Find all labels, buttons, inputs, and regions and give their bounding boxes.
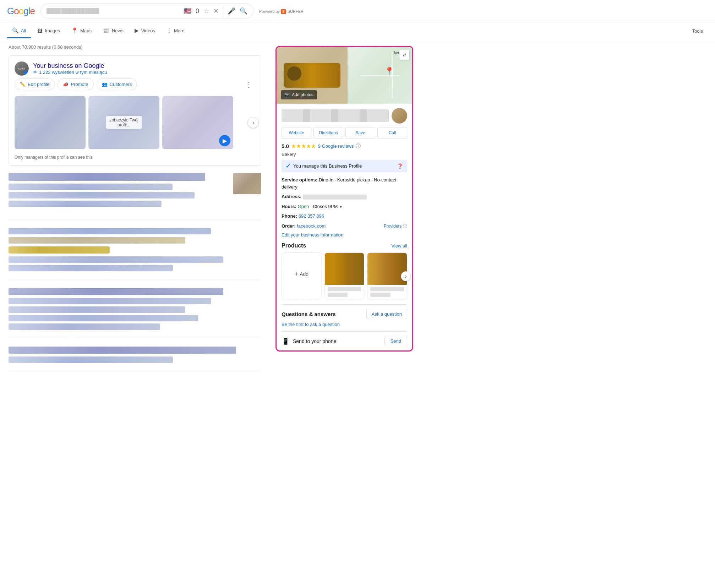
send-label: Send to your phone — [293, 338, 381, 344]
address-value — [303, 195, 367, 200]
manage-check-icon: ✔ — [286, 163, 290, 169]
tab-maps[interactable]: 📍 Maps — [66, 24, 97, 38]
manage-help-icon[interactable]: ❓ — [397, 163, 403, 169]
surfer-label: SURFER — [288, 9, 304, 13]
product-name-1 — [328, 287, 361, 291]
videos-icon: ▶ — [135, 27, 139, 34]
panel-title-blurred — [282, 109, 389, 122]
providers-link[interactable]: Providers — [384, 224, 402, 229]
powered-by-area: Powered by S SURFER — [259, 9, 304, 14]
panel-body: Website Directions Save Call 5.0 ★★★★★ — [277, 104, 412, 350]
info-icon[interactable]: ⓘ — [356, 143, 361, 149]
all-icon: 🔍 — [12, 27, 19, 34]
carousel-item-3[interactable]: ▶ — [162, 96, 233, 149]
search-input[interactable] — [47, 8, 181, 14]
tab-news[interactable]: 📰 News — [98, 24, 129, 38]
add-label: Add — [300, 271, 309, 277]
right-column: 📷 Add photos 📍 Jaworze ⤢ — [270, 40, 419, 384]
more-icon: ⋮ — [167, 27, 172, 34]
results-count: About 70,900 results (0.68 seconds) — [9, 44, 261, 50]
chevron-down-icon[interactable]: ▼ — [339, 205, 343, 209]
carousel-label: zobaczyło Twój profil... — [106, 116, 142, 129]
products-grid: + Add — [282, 252, 407, 299]
business-name: Your business on Google — [33, 62, 255, 70]
carousel-next-button[interactable]: › — [247, 117, 259, 128]
news-icon: 📰 — [103, 27, 110, 34]
save-button[interactable]: Save — [345, 127, 375, 138]
action-buttons: ✏️ Edit profile 📣 Promote 👥 Customers ⋮ — [15, 78, 255, 90]
managers-note: Only managers of this profile can see th… — [15, 155, 255, 160]
hours-link[interactable]: Closes 9PM — [313, 204, 338, 209]
google-logo: Google — [7, 6, 35, 17]
food-photo — [284, 63, 340, 88]
hours-row: Hours: Open · Closes 9PM ▼ — [282, 203, 407, 210]
product-price-1 — [328, 293, 348, 297]
search-bar[interactable]: 🇺🇸 0 ☆ ✕ 🎤 🔍 — [40, 4, 253, 18]
views-icon: 👁 — [33, 70, 38, 75]
phone-send-icon: 📱 — [282, 337, 289, 345]
reviews-link[interactable]: 9 Google reviews — [318, 143, 354, 149]
service-row: Service options: Dine-in · Kerbside pick… — [282, 176, 407, 190]
close-icon[interactable]: ✕ — [213, 7, 219, 15]
carousel: zobaczyło Twój profil... ▶ › — [15, 96, 255, 149]
open-status: Open — [298, 204, 309, 209]
add-product-card[interactable]: + Add — [282, 252, 322, 299]
verified-badge: ✓ — [24, 71, 29, 76]
order-link[interactable]: facebook.com — [297, 223, 326, 229]
order-row: Order: facebook.com Providers ⓘ — [282, 223, 407, 230]
header: Google 🇺🇸 0 ☆ ✕ 🎤 🔍 Powered by S SURFER — [0, 0, 715, 22]
send-button[interactable]: Send — [384, 336, 407, 346]
qa-first-link[interactable]: Be the first to ask a question — [282, 322, 340, 327]
edit-profile-button[interactable]: ✏️ Edit profile — [15, 78, 55, 90]
bookmark-count: 0 — [196, 7, 199, 15]
map-section[interactable]: 📍 Jaworze ⤢ — [348, 47, 412, 104]
tools-button[interactable]: Tools — [687, 25, 708, 37]
address-row: Address: — [282, 193, 407, 200]
carousel-item-2[interactable]: zobaczyło Twój profil... — [88, 96, 159, 149]
phone-row: Phone: 692 357 896 — [282, 213, 407, 220]
providers-info-icon[interactable]: ⓘ — [403, 224, 407, 229]
products-next-button[interactable]: › — [401, 271, 411, 281]
view-all-link[interactable]: View all — [391, 243, 407, 249]
call-button[interactable]: Call — [377, 127, 407, 138]
mic-icon[interactable]: 🎤 — [228, 7, 235, 15]
edit-info-link[interactable]: Edit your business information — [282, 232, 407, 238]
plus-icon: + — [295, 271, 299, 278]
camera-icon: 📷 — [284, 92, 290, 97]
qa-title: Questions & answers — [282, 311, 336, 317]
customers-button[interactable]: 👥 Customers — [97, 78, 137, 90]
bookmark-icon: 🇺🇸 — [184, 7, 191, 15]
category-label: Bakery — [282, 152, 407, 157]
more-options-button[interactable]: ⋮ — [242, 79, 255, 90]
expand-map-button[interactable]: ⤢ — [399, 50, 409, 60]
tab-images[interactable]: 🖼 Images — [32, 24, 65, 38]
product-card-1[interactable] — [324, 252, 365, 299]
product-price-2 — [370, 293, 391, 297]
tab-all[interactable]: 🔍 All — [7, 24, 31, 38]
add-photos-button[interactable]: 📷 Add photos — [281, 90, 317, 99]
promote-button[interactable]: 📣 Promote — [58, 78, 93, 90]
edit-icon: ✏️ — [20, 82, 26, 87]
send-to-phone-section: 📱 Send to your phone Send — [282, 331, 407, 346]
manage-text: You manage this Business Profile — [293, 163, 394, 169]
product-image-1 — [325, 253, 364, 285]
star-icon: ☆ — [203, 7, 209, 15]
photo-area: 📷 Add photos — [277, 47, 348, 104]
result-section-1 — [9, 173, 261, 219]
business-views[interactable]: 👁 1 222 wyświetleń w tym miesiącu — [33, 70, 255, 75]
products-title: Products — [282, 243, 306, 249]
phone-link[interactable]: 692 357 896 — [299, 213, 324, 219]
carousel-item-1[interactable] — [15, 96, 86, 149]
ask-question-button[interactable]: Ask a question — [366, 309, 407, 319]
map-photo-area: 📷 Add photos 📍 Jaworze ⤢ — [277, 47, 412, 104]
main-layout: About 70,900 results (0.68 seconds) Chel… — [0, 40, 715, 384]
business-header: Cheli ✓ Your business on Google 👁 1 222 … — [15, 61, 255, 76]
blurred-results — [9, 173, 261, 371]
tab-videos[interactable]: ▶ Videos — [130, 24, 160, 38]
directions-button[interactable]: Directions — [313, 127, 343, 138]
search-icon[interactable]: 🔍 — [240, 7, 247, 15]
result-section-4 — [9, 347, 261, 371]
stars-row: 5.0 ★★★★★ 9 Google reviews ⓘ — [282, 143, 407, 149]
website-button[interactable]: Website — [282, 127, 311, 138]
tab-more[interactable]: ⋮ Questions & answers More — [162, 24, 190, 38]
